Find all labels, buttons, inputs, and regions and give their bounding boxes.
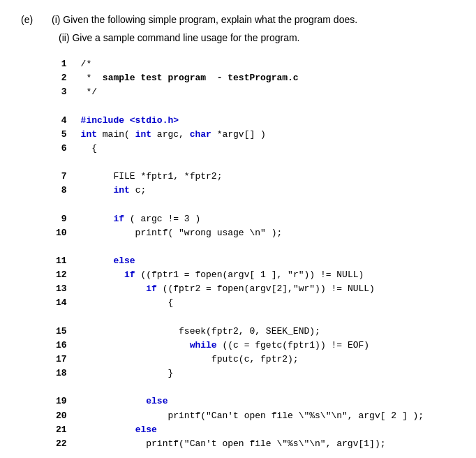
part-label: (e) (21, 14, 40, 25)
table-row: 7 FILE *fptr1, *fptr2; (56, 170, 424, 184)
line-number: 20 (56, 409, 81, 423)
line-code (81, 451, 424, 458)
line-code: } (81, 367, 424, 381)
line-code: { (81, 142, 424, 156)
table-row (56, 311, 424, 325)
table-row: 3 */ (56, 85, 424, 99)
table-row: 10 printf( "wrong usage \n" ); (56, 226, 424, 240)
line-number (56, 198, 81, 212)
part-ii-text: (ii) Give a sample command line usage fo… (59, 32, 357, 43)
code-block: 1 /* 2 * sample test program - testProgr… (56, 57, 455, 458)
line-number: 19 (56, 394, 81, 408)
line-number: 21 (56, 423, 81, 437)
line-code: printf( "wrong usage \n" ); (81, 226, 424, 240)
line-code: if ((fptr1 = fopen(argv[ 1 ], "r")) != N… (81, 268, 424, 282)
line-code (81, 198, 424, 212)
table-row (56, 240, 424, 254)
table-row: 2 * sample test program - testProgram.c (56, 71, 424, 85)
line-code: */ (81, 85, 424, 99)
line-code: { (81, 296, 424, 310)
line-number: 11 (56, 254, 81, 268)
line-code: else (81, 394, 424, 408)
line-code: int c; (81, 184, 424, 198)
table-row: 14 { (56, 296, 424, 310)
line-number (56, 311, 81, 325)
question-section: (e) (i) Given the following simple progr… (21, 14, 455, 43)
line-code: * sample test program - testProgram.c (81, 71, 424, 85)
table-row: 19 else (56, 394, 424, 408)
line-number: 16 (56, 339, 81, 353)
line-code: printf("Can't open file \"%s\"\n", argv[… (81, 409, 424, 423)
line-number: 1 (56, 57, 81, 71)
line-number: 18 (56, 367, 81, 381)
table-row: 9 if ( argc != 3 ) (56, 212, 424, 226)
line-code: fputc(c, fptr2); (81, 353, 424, 367)
line-code: printf("Can't open file \"%s\"\n", argv[… (81, 437, 424, 451)
line-number: 4 (56, 114, 81, 128)
line-code: if ( argc != 3 ) (81, 212, 424, 226)
line-number: 22 (56, 437, 81, 451)
table-row: 22 printf("Can't open file \"%s\"\n", ar… (56, 437, 424, 451)
line-number (56, 240, 81, 254)
line-code (81, 381, 424, 394)
line-number: 2 (56, 71, 81, 85)
line-code (81, 99, 424, 113)
table-row: 1 /* (56, 57, 424, 71)
table-row: 18 } (56, 367, 424, 381)
code-table: 1 /* 2 * sample test program - testProgr… (56, 57, 424, 458)
line-code: if ((fptr2 = fopen(argv[2],"wr")) != NUL… (81, 282, 424, 296)
table-row: 11 else (56, 254, 424, 268)
table-row: 5 int main( int argc, char *argv[] ) (56, 128, 424, 142)
table-row: 8 int c; (56, 184, 424, 198)
table-row: 12 if ((fptr1 = fopen(argv[ 1 ], "r")) !… (56, 268, 424, 282)
line-number: 13 (56, 282, 81, 296)
table-row (56, 451, 424, 458)
line-number: 9 (56, 212, 81, 226)
table-row: 16 while ((c = fgetc(fptr1)) != EOF) (56, 339, 424, 353)
table-row (56, 198, 424, 212)
line-code: FILE *fptr1, *fptr2; (81, 170, 424, 184)
line-code (81, 156, 424, 170)
table-row: 6 { (56, 142, 424, 156)
line-code: while ((c = fgetc(fptr1)) != EOF) (81, 339, 424, 353)
line-number: 6 (56, 142, 81, 156)
line-number (56, 451, 81, 458)
table-row: 4 #include <stdio.h> (56, 114, 424, 128)
line-number: 12 (56, 268, 81, 282)
line-number: 8 (56, 184, 81, 198)
line-code: /* (81, 57, 424, 71)
line-code: #include <stdio.h> (81, 114, 424, 128)
line-number: 15 (56, 325, 81, 339)
line-number (56, 99, 81, 113)
line-number: 3 (56, 85, 81, 99)
line-code: else (81, 254, 424, 268)
table-row: 17 fputc(c, fptr2); (56, 353, 424, 367)
line-number: 17 (56, 353, 81, 367)
table-row (56, 99, 424, 113)
line-code: else (81, 423, 424, 437)
table-row (56, 381, 424, 394)
line-code: fseek(fptr2, 0, SEEK_END); (81, 325, 424, 339)
question-header: (e) (i) Given the following simple progr… (21, 14, 455, 43)
table-row: 21 else (56, 423, 424, 437)
line-number: 10 (56, 226, 81, 240)
line-number (56, 156, 81, 170)
table-row: 13 if ((fptr2 = fopen(argv[2],"wr")) != … (56, 282, 424, 296)
line-code (81, 311, 424, 325)
line-number: 14 (56, 296, 81, 310)
line-number (56, 381, 81, 394)
line-code: int main( int argc, char *argv[] ) (81, 128, 424, 142)
table-row (56, 156, 424, 170)
line-number: 7 (56, 170, 81, 184)
part-i-text: (i) Given the following simple program, … (52, 14, 357, 25)
table-row: 15 fseek(fptr2, 0, SEEK_END); (56, 325, 424, 339)
line-code (81, 240, 424, 254)
table-row: 20 printf("Can't open file \"%s\"\n", ar… (56, 409, 424, 423)
line-number: 5 (56, 128, 81, 142)
